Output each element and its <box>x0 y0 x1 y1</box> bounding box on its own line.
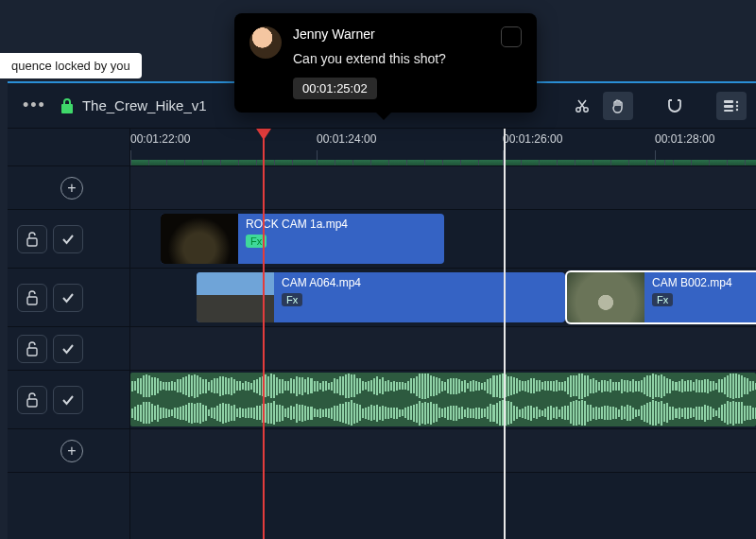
comment-text: Can you extend this shot? <box>293 51 490 66</box>
svg-rect-2 <box>724 100 733 103</box>
comment-avatar <box>249 26 282 59</box>
clip-label: CAM B002.mp4 <box>652 276 732 289</box>
track-row-spacer <box>130 166 756 210</box>
hand-tool-icon[interactable] <box>603 92 633 120</box>
sequence-title: The_Crew_Hike_v1 <box>82 97 207 113</box>
ruler-strip <box>130 160 756 165</box>
svg-rect-3 <box>724 105 733 108</box>
track-options-icon[interactable] <box>716 92 747 120</box>
track-enable-button[interactable] <box>53 386 83 414</box>
playhead-secondary[interactable] <box>504 129 506 539</box>
snap-tool-icon[interactable] <box>660 92 690 120</box>
audio-clip[interactable] <box>130 373 756 426</box>
cut-tool-icon[interactable] <box>567 92 597 120</box>
track-enable-button[interactable] <box>53 335 83 363</box>
time-ruler[interactable]: 00:01:22:0000:01:24:0000:01:26:0000:01:2… <box>130 129 756 166</box>
track-lock-button[interactable] <box>17 335 47 363</box>
track-area[interactable]: 00:01:22:0000:01:24:0000:01:26:0000:01:2… <box>130 129 756 539</box>
svg-point-6 <box>736 104 738 106</box>
comment-resolve-checkbox[interactable] <box>501 26 522 47</box>
clip-thumbnail <box>567 272 644 322</box>
fx-badge[interactable]: Fx <box>282 293 302 306</box>
clip-label: CAM A064.mp4 <box>282 276 361 289</box>
track-lock-button[interactable] <box>17 225 47 253</box>
comment-popover: Jenny Warner Can you extend this shot? 0… <box>234 13 537 113</box>
clip-thumbnail <box>161 214 238 264</box>
clip-label: ROCK CAM 1a.mp4 <box>246 217 348 231</box>
playhead-primary[interactable] <box>263 129 265 539</box>
svg-rect-9 <box>27 297 37 304</box>
track-lock-button[interactable] <box>17 386 47 414</box>
timeline-panel: ••• The_Crew_Hike_v1 <box>8 81 756 539</box>
comment-timecode[interactable]: 00:01:25:02 <box>293 78 377 99</box>
lock-notice: quence locked by you <box>0 53 142 78</box>
ruler-label: 00:01:26:00 <box>503 132 562 146</box>
comment-author: Jenny Warner <box>293 26 490 42</box>
track-lock-button[interactable] <box>17 284 47 312</box>
track-header-column: + <box>8 129 130 539</box>
svg-rect-8 <box>27 238 37 246</box>
ruler-label: 00:01:28:00 <box>655 132 714 146</box>
track-row-empty[interactable] <box>130 327 756 371</box>
fx-badge[interactable]: Fx <box>652 293 673 306</box>
add-track-button[interactable]: + <box>60 177 83 200</box>
svg-rect-10 <box>27 348 37 356</box>
svg-point-7 <box>736 108 738 110</box>
clip-rock-cam[interactable]: ROCK CAM 1a.mp4 Fx <box>161 214 444 264</box>
tool-group <box>567 92 747 120</box>
clip-cam-a064[interactable]: CAM A064.mp4 Fx <box>197 272 565 322</box>
track-enable-button[interactable] <box>53 284 83 312</box>
video-track-1[interactable]: ROCK CAM 1a.mp4 Fx <box>130 210 756 269</box>
clip-cam-b002[interactable]: CAM B002.mp4 Fx <box>567 272 756 322</box>
svg-rect-4 <box>724 110 733 112</box>
add-track-button[interactable]: + <box>60 440 83 462</box>
audio-track-1[interactable] <box>130 371 756 429</box>
more-menu-icon[interactable]: ••• <box>17 96 52 115</box>
svg-rect-11 <box>27 399 37 407</box>
track-enable-button[interactable] <box>53 225 83 253</box>
ruler-label: 00:01:22:00 <box>130 132 190 146</box>
sequence-lock-icon[interactable] <box>60 97 75 114</box>
track-row-spacer <box>130 429 756 473</box>
video-track-2[interactable]: CAM A064.mp4 Fx CAM B002.mp4 Fx <box>130 269 756 327</box>
svg-point-5 <box>736 100 738 102</box>
ruler-label: 00:01:24:00 <box>317 132 376 146</box>
